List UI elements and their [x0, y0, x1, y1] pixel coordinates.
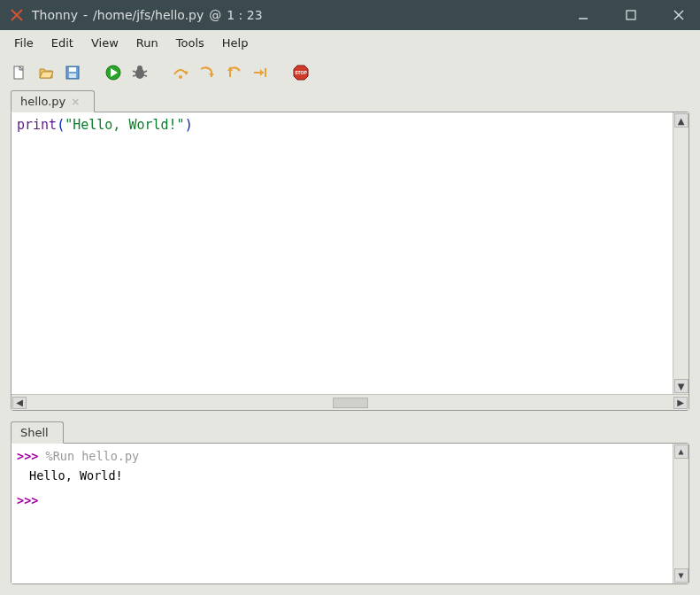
code-close-paren: ) [185, 117, 193, 133]
open-file-icon[interactable] [35, 62, 57, 83]
svg-point-13 [137, 66, 142, 71]
shell-tab-label: Shell [20, 426, 49, 439]
step-over-icon[interactable] [170, 62, 191, 83]
menu-file[interactable]: File [7, 33, 41, 53]
app-icon [9, 7, 25, 23]
scroll-thumb[interactable] [333, 398, 368, 408]
shell-output: Hello, World! [17, 466, 667, 485]
title-cursor-pos: 1 : 23 [227, 8, 262, 22]
step-into-icon[interactable] [196, 62, 218, 83]
titlebar: Thonny - /home/jfs/hello.py @ 1 : 23 [0, 0, 700, 30]
editor-pane: print("Hello, World!") ▲ ▼ ◀ ▶ [11, 112, 689, 411]
title-cursor-sep: @ [209, 8, 221, 22]
scroll-down-icon[interactable]: ▼ [674, 568, 688, 583]
close-icon[interactable]: × [71, 96, 80, 108]
scroll-right-icon[interactable]: ▶ [673, 397, 688, 409]
menu-view[interactable]: View [84, 33, 126, 53]
shell-prompt: >>> [17, 449, 46, 463]
shell-pane: >>> %Run hello.py Hello, World! >>> ▲ ▼ [11, 443, 689, 584]
debug-icon[interactable] [129, 62, 150, 83]
toolbar: STOP [0, 55, 700, 90]
shell-prompt-2: >>> [17, 493, 38, 507]
editor-tabrow: hello.py × [11, 90, 689, 112]
menubar: File Edit View Run Tools Help [0, 30, 700, 55]
svg-line-14 [133, 71, 136, 73]
shell-run-command: %Run hello.py [46, 449, 140, 463]
editor-hscrollbar[interactable]: ◀ ▶ [12, 394, 688, 410]
run-icon[interactable] [103, 62, 124, 83]
stop-icon[interactable]: STOP [290, 62, 312, 83]
svg-rect-3 [627, 11, 635, 19]
workspace: hello.py × print("Hello, World!") ▲ ▼ ◀ … [0, 90, 700, 595]
menu-tools[interactable]: Tools [169, 33, 212, 53]
title-sep: - [83, 8, 88, 22]
title-filepath: /home/jfs/hello.py [93, 8, 204, 22]
editor-tab-hello[interactable]: hello.py × [11, 90, 95, 112]
shell-line-prompt: >>> [17, 491, 667, 510]
minimize-button[interactable] [571, 3, 596, 27]
scroll-up-icon[interactable]: ▲ [674, 444, 688, 459]
menu-edit[interactable]: Edit [44, 33, 81, 53]
svg-text:STOP: STOP [295, 70, 307, 75]
code-line-1: print("Hello, World!") [12, 112, 673, 137]
scroll-up-icon[interactable]: ▲ [674, 113, 688, 128]
scroll-down-icon[interactable]: ▼ [674, 379, 688, 393]
maximize-button[interactable] [619, 3, 643, 27]
shell-tabrow: Shell [11, 421, 689, 443]
menu-run[interactable]: Run [129, 33, 165, 53]
svg-marker-21 [209, 73, 214, 77]
title-app: Thonny [32, 8, 78, 22]
scroll-track[interactable] [27, 397, 673, 409]
new-file-icon[interactable] [9, 62, 30, 83]
window-title: Thonny - /home/jfs/hello.py @ 1 : 23 [32, 8, 571, 22]
editor-vscrollbar[interactable]: ▲ ▼ [673, 112, 688, 394]
close-button[interactable] [666, 3, 691, 27]
editor-tab-label: hello.py [20, 95, 65, 108]
code-editor[interactable]: print("Hello, World!") ▲ ▼ [12, 112, 688, 394]
code-string: "Hello, World!" [65, 117, 184, 133]
svg-line-15 [143, 71, 147, 73]
svg-rect-9 [69, 73, 76, 78]
shell-tab[interactable]: Shell [11, 421, 64, 444]
window-controls [571, 3, 691, 27]
code-fn: print [17, 117, 57, 133]
shell-console[interactable]: >>> %Run hello.py Hello, World! >>> ▲ ▼ [12, 444, 688, 583]
code-open-paren: ( [57, 117, 65, 133]
svg-point-19 [179, 75, 182, 79]
save-file-icon[interactable] [62, 62, 83, 83]
svg-marker-24 [260, 69, 264, 76]
shell-line-run: >>> %Run hello.py [17, 446, 667, 466]
resume-icon[interactable] [250, 62, 271, 83]
shell-vscrollbar[interactable]: ▲ ▼ [673, 444, 688, 583]
svg-rect-8 [69, 67, 76, 72]
svg-line-17 [143, 75, 147, 76]
svg-line-16 [133, 75, 136, 76]
step-out-icon[interactable] [223, 62, 244, 83]
menu-help[interactable]: Help [215, 33, 256, 53]
scroll-left-icon[interactable]: ◀ [12, 397, 27, 409]
